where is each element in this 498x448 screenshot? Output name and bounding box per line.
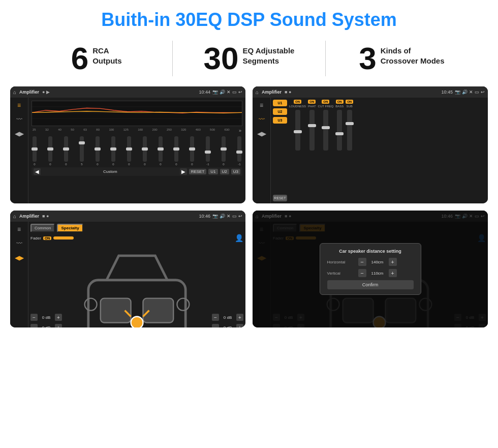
amp-close-icon[interactable]: ✕ bbox=[469, 89, 473, 95]
eq-prev-btn[interactable]: ◀ bbox=[34, 168, 41, 175]
amp-cutfreq-label: CUT FREQ bbox=[318, 105, 334, 108]
stat-eq-number: 30 bbox=[204, 43, 239, 74]
fader-home-icon[interactable]: ⌂ bbox=[13, 214, 16, 219]
fader-topbar-time: 10:46 bbox=[199, 214, 210, 219]
spk-fr-plus[interactable]: + bbox=[236, 314, 243, 321]
modal-vertical-plus[interactable]: + bbox=[389, 269, 397, 277]
eq-u3-btn[interactable]: U3 bbox=[231, 169, 240, 174]
eq-more-icon[interactable]: » bbox=[239, 128, 241, 133]
fader-sidebar-vol-btn[interactable]: ◀▶ bbox=[15, 254, 24, 261]
fader-screen-content: ≡ 〰 ◀▶ Common Specialty Fader ON bbox=[10, 222, 245, 327]
modal-vertical-minus[interactable]: − bbox=[358, 269, 366, 277]
eq-u1-btn[interactable]: U1 bbox=[208, 169, 217, 174]
freq-80: 80 bbox=[96, 128, 100, 133]
eq-slider-4[interactable]: 5 bbox=[80, 136, 84, 166]
amp-minimize-icon[interactable]: ▭ bbox=[475, 89, 479, 95]
eq-slider-12[interactable]: -1 bbox=[206, 136, 210, 166]
fader-camera-icon[interactable]: 📷 bbox=[212, 214, 218, 219]
fader-topbar-title: Amplifier bbox=[19, 214, 39, 219]
camera-icon[interactable]: 📷 bbox=[212, 89, 218, 95]
eq-slider-5[interactable]: 0 bbox=[96, 136, 100, 166]
amp-topbar-dots: ■ ● bbox=[285, 89, 291, 95]
amp-u3-btn[interactable]: U3 bbox=[273, 117, 287, 124]
confirm-button[interactable]: Confirm bbox=[327, 280, 414, 289]
eq-slider-6[interactable]: 0 bbox=[111, 136, 115, 166]
fader-person-icon[interactable]: 👤 bbox=[235, 234, 243, 242]
amp-u1-btn[interactable]: U1 bbox=[273, 100, 287, 106]
amp-phat-track[interactable] bbox=[309, 110, 315, 151]
amp-reset-btn[interactable]: RESET bbox=[273, 195, 287, 201]
modal-horizontal-plus[interactable]: + bbox=[389, 258, 397, 266]
eq-topbar-time: 10:44 bbox=[199, 89, 210, 95]
eq-left-sidebar: ≡ 〰 ◀▶ bbox=[10, 98, 28, 203]
amp-sidebar-wave-btn[interactable]: 〰 bbox=[259, 116, 265, 123]
car-diagram: ▼ bbox=[64, 244, 210, 327]
spk-rl-plus[interactable]: + bbox=[55, 324, 62, 327]
fader-screen-wrapper: ⌂ Amplifier ■ ● 10:46 📷 🔊 ✕ ▭ ↩ ≡ 〰 ◀▶ bbox=[10, 211, 245, 327]
eq-slider-9[interactable]: 0 bbox=[159, 136, 163, 166]
amp-bass-col: ON BASS bbox=[335, 100, 344, 201]
home-icon[interactable]: ⌂ bbox=[13, 89, 16, 95]
fader-minimize-icon[interactable]: ▭ bbox=[232, 214, 237, 219]
eq-screen-content: ≡ 〰 ◀▶ bbox=[10, 98, 245, 203]
amp-cutfreq-on: ON bbox=[322, 100, 329, 104]
minimize-icon[interactable]: ▭ bbox=[232, 89, 237, 95]
volume-icon[interactable]: 🔊 bbox=[220, 89, 225, 95]
eq-play-btn[interactable]: ▶ bbox=[180, 168, 187, 175]
freq-32: 32 bbox=[45, 128, 49, 133]
amp-loudness-track[interactable] bbox=[295, 110, 300, 151]
eq-slider-8[interactable]: 0 bbox=[143, 136, 147, 166]
fader-tab-specialty[interactable]: Specialty bbox=[57, 224, 83, 232]
amp-u2-btn[interactable]: U2 bbox=[273, 108, 287, 115]
fader-sidebar-wave-btn[interactable]: 〰 bbox=[16, 240, 22, 247]
eq-slider-13[interactable]: 0 bbox=[222, 136, 226, 166]
fader-screen: ⌂ Amplifier ■ ● 10:46 📷 🔊 ✕ ▭ ↩ ≡ 〰 ◀▶ bbox=[10, 211, 245, 327]
amp-home-icon[interactable]: ⌂ bbox=[256, 89, 259, 95]
stat-rca-number: 6 bbox=[71, 43, 88, 74]
eq-slider-2[interactable]: 0 bbox=[48, 136, 52, 166]
eq-slider-1[interactable]: 0 bbox=[33, 136, 37, 166]
eq-slider-3[interactable]: 0 bbox=[64, 136, 68, 166]
amp-loudness-on: ON bbox=[294, 100, 301, 104]
stat-eq: 30 EQ AdjustableSegments bbox=[183, 43, 315, 74]
eq-u2-btn[interactable]: U2 bbox=[220, 169, 229, 174]
spk-db-row-4: − 0 dB + bbox=[212, 324, 243, 327]
fader-volume-icon[interactable]: 🔊 bbox=[220, 214, 225, 219]
back-icon[interactable]: ↩ bbox=[238, 89, 242, 95]
amp-back-icon[interactable]: ↩ bbox=[481, 89, 485, 95]
freq-400: 400 bbox=[196, 128, 201, 133]
fader-back-icon[interactable]: ↩ bbox=[238, 214, 242, 219]
spk-fr-minus[interactable]: − bbox=[212, 314, 219, 321]
amp-camera-icon[interactable]: 📷 bbox=[455, 89, 460, 95]
fader-label: Fader bbox=[30, 236, 41, 241]
eq-slider-11[interactable]: 0 bbox=[190, 136, 194, 166]
fader-sidebar-eq-btn[interactable]: ≡ bbox=[17, 226, 21, 233]
spk-fl-plus[interactable]: + bbox=[55, 314, 62, 321]
amp-volume-icon[interactable]: 🔊 bbox=[462, 89, 468, 95]
amp-sub-label: SUB bbox=[346, 105, 352, 108]
fader-close-icon[interactable]: ✕ bbox=[227, 214, 231, 219]
screens-grid: ⌂ Amplifier ● ▶ 10:44 📷 🔊 ✕ ▭ ↩ ≡ 〰 ◀ bbox=[0, 83, 498, 333]
eq-sidebar-wave-btn[interactable]: 〰 bbox=[16, 116, 22, 123]
close-icon[interactable]: ✕ bbox=[227, 89, 231, 95]
amp-sub-track[interactable] bbox=[347, 110, 352, 151]
eq-screen: ⌂ Amplifier ● ▶ 10:44 📷 🔊 ✕ ▭ ↩ ≡ 〰 ◀ bbox=[10, 86, 245, 203]
eq-slider-14[interactable]: -1 bbox=[237, 136, 241, 166]
eq-reset-btn[interactable]: RESET bbox=[189, 169, 207, 174]
eq-slider-10[interactable]: 0 bbox=[174, 136, 178, 166]
spk-rl-minus[interactable]: − bbox=[30, 324, 38, 327]
spk-rr-minus[interactable]: − bbox=[212, 324, 219, 327]
amp-sidebar-eq-btn[interactable]: ≡ bbox=[260, 102, 263, 109]
eq-sidebar-vol-btn[interactable]: ◀▶ bbox=[15, 130, 24, 137]
amp-cutfreq-track[interactable] bbox=[323, 110, 328, 151]
modal-horizontal-minus[interactable]: − bbox=[358, 258, 366, 266]
eq-slider-7[interactable]: 0 bbox=[127, 136, 131, 166]
eq-sidebar-eq-btn[interactable]: ≡ bbox=[17, 102, 21, 109]
fader-mini-slider[interactable] bbox=[53, 236, 74, 240]
fader-tab-common[interactable]: Common bbox=[30, 224, 55, 232]
amp-bass-track[interactable] bbox=[337, 110, 342, 151]
spk-rr-plus[interactable]: + bbox=[236, 324, 243, 327]
amp-sidebar-vol-btn[interactable]: ◀▶ bbox=[257, 130, 266, 137]
freq-500: 500 bbox=[210, 128, 215, 133]
spk-fl-minus[interactable]: − bbox=[30, 314, 38, 321]
